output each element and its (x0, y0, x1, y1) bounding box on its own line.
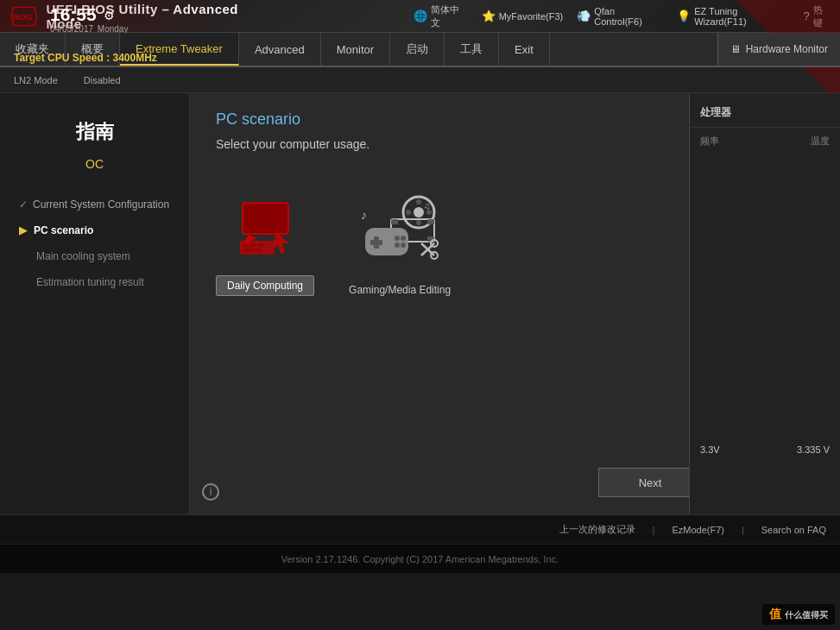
svg-point-31 (395, 243, 400, 248)
ln2-label: LN2 Mode (14, 75, 58, 85)
hardware-monitor-panel: 处理器 频率 温度 3.3V 3.335 V (689, 93, 840, 514)
settings-icon[interactable]: ⚙ (104, 9, 115, 22)
footer-divider-1: | (653, 525, 655, 535)
gaming-media-icon: ♪ ♫ (357, 193, 443, 271)
language-tool[interactable]: 🌐 简体中文 (414, 3, 467, 29)
gaming-media-option[interactable]: ♪ ♫ Gaming/Media Editing (349, 189, 451, 296)
target-cpu-speed: Target CPU Speed : 3400MHz (14, 52, 157, 64)
voltage-label: 3.3V (700, 444, 720, 455)
svg-rect-18 (391, 219, 398, 224)
daily-computing-label: Daily Computing (216, 275, 314, 296)
nav-exit[interactable]: Exit (499, 33, 550, 66)
nav-tools[interactable]: 工具 (445, 33, 499, 66)
svg-text:♪: ♪ (361, 208, 367, 222)
svg-rect-6 (240, 241, 275, 255)
info-icon[interactable]: i (202, 483, 219, 501)
bulb-icon: 💡 (677, 9, 691, 22)
nav-right-area: 🖥 Hardware Monitor (717, 33, 840, 66)
daily-icon-area (218, 180, 313, 267)
rog-logo-icon: ROG (9, 4, 39, 28)
last-change-link[interactable]: 上一次的修改记录 (559, 523, 635, 536)
svg-rect-3 (243, 204, 287, 233)
watermark: 值 什么值得买 (762, 604, 835, 625)
main-container: 指南 OC ✓ Current System Configuration ▶ P… (0, 93, 840, 514)
arrow-icon: ▶ (19, 224, 27, 236)
svg-rect-9 (258, 243, 263, 247)
svg-point-15 (406, 210, 411, 215)
clock-display: 16:55 (50, 4, 97, 25)
copyright-text: Version 2.17.1246. Copyright (C) 2017 Am… (281, 554, 559, 564)
svg-point-13 (416, 199, 421, 205)
svg-rect-8 (250, 243, 256, 247)
daily-computing-option[interactable]: Daily Computing (216, 180, 314, 296)
svg-point-14 (416, 220, 421, 225)
status-bar: LN2 Mode Disabled Target CPU Speed : 340… (0, 67, 840, 93)
monitor-icon: 🖥 (730, 43, 741, 55)
svg-text:♫: ♫ (424, 201, 431, 211)
oc-label: OC (0, 154, 189, 174)
ln2-value: Disabled (84, 75, 121, 85)
watermark-text: 值 (769, 607, 785, 621)
svg-rect-7 (243, 243, 248, 247)
gaming-icon-area: ♪ ♫ (352, 189, 447, 275)
svg-point-29 (395, 236, 400, 241)
fan-icon: 💨 (577, 9, 591, 22)
hw-voltage-row: 3.3V 3.335 V (690, 443, 840, 457)
daily-computing-icon (224, 185, 306, 262)
check-icon: ✓ (19, 198, 28, 211)
nav-monitor[interactable]: Monitor (321, 33, 390, 66)
svg-point-12 (414, 207, 424, 217)
footer: 上一次的修改记录 | EzMode(F7) | Search on FAQ (0, 514, 840, 544)
wizard-steps: ✓ Current System Configuration ▶ PC scen… (0, 192, 189, 295)
svg-text:ROG: ROG (13, 11, 33, 21)
temp-column-label: 温度 (811, 135, 830, 148)
nav-advanced[interactable]: Advanced (239, 33, 321, 66)
voltage-value: 3.335 V (797, 444, 830, 455)
svg-rect-20 (427, 219, 434, 224)
search-faq-link[interactable]: Search on FAQ (761, 525, 826, 535)
hw-table-header: 频率 温度 (690, 133, 840, 149)
wizard-panel: 指南 OC ✓ Current System Configuration ▶ P… (0, 93, 190, 514)
freq-column-label: 频率 (700, 135, 719, 148)
footer-bottom: Version 2.17.1246. Copyright (C) 2017 Am… (0, 544, 840, 573)
watermark-subtext: 什么值得买 (785, 610, 828, 620)
svg-point-32 (401, 243, 406, 248)
wizard-step-1[interactable]: ✓ Current System Configuration (9, 192, 180, 217)
svg-point-30 (401, 236, 406, 241)
next-button[interactable]: Next (598, 468, 702, 497)
star-icon: ⭐ (482, 9, 496, 22)
myfavorite-tool[interactable]: ⭐ MyFavorite(F3) (482, 9, 564, 22)
hw-panel-title: 处理器 (690, 102, 840, 128)
hw-empty-area (690, 149, 840, 443)
wizard-step-3[interactable]: Main cooling system (9, 243, 180, 269)
qfan-tool[interactable]: 💨 Qfan Control(F6) (577, 6, 663, 27)
ez-mode-link[interactable]: EzMode(F7) (672, 525, 724, 535)
header: ROG UEFI BIOS Utility – Advanced Mode 16… (0, 0, 840, 33)
wizard-title: 指南 (0, 110, 189, 154)
footer-divider-2: | (742, 525, 744, 535)
svg-rect-10 (243, 249, 262, 252)
svg-rect-28 (370, 240, 382, 245)
wizard-step-2[interactable]: ▶ PC scenario (9, 217, 180, 243)
globe-icon: 🌐 (414, 9, 427, 22)
logo-area: ROG UEFI BIOS Utility – Advanced Mode (9, 2, 274, 31)
wizard-step-4[interactable]: Estimation tuning result (9, 269, 180, 295)
hardware-monitor-button[interactable]: 🖥 Hardware Monitor (717, 33, 840, 66)
nav-boot[interactable]: 启动 (390, 33, 445, 66)
gaming-media-label: Gaming/Media Editing (349, 284, 451, 296)
